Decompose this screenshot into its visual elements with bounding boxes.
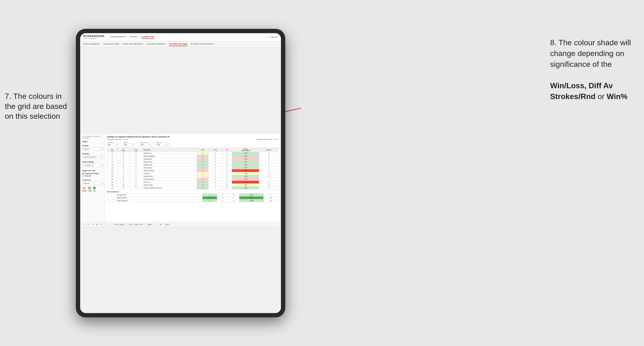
radio-opponents-label: Opponents Played [85, 173, 99, 174]
toolbar: ↩ ↪ ↩ ⧉ ✂ 🕐 View: Original Save Custom V… [81, 222, 280, 227]
colour-by-section: Colour by Win/loss ▾ Down [82, 179, 103, 192]
table-row: 5 2 2 Alexis Sudjianto 1 0 0 4.00 3 [107, 155, 278, 158]
player-rank-select[interactable]: 8. Katelyn Vo ▾ [82, 164, 103, 167]
cell-loss: 1 [208, 175, 222, 178]
gender-label: Gender [82, 145, 103, 147]
cell-diff: 1.33 [232, 186, 259, 189]
col-conf: #Conf [129, 148, 142, 152]
share-button[interactable]: Share [164, 223, 171, 226]
cell-reg: 7 [118, 172, 129, 175]
subnav-team-summary[interactable]: TEAM SUMMARY [83, 42, 100, 46]
region-filter: Region (All) ▾ [123, 142, 138, 146]
cell-diff: -1.00 [232, 158, 259, 160]
cell-diff-ood: 9.267 [239, 196, 264, 199]
grid-record: Overall Record: 353 - 34 - 6 Division Re… [107, 139, 278, 140]
cell-reg: 1 [118, 152, 129, 155]
view-original-button[interactable]: View: Original [113, 223, 126, 226]
main-content: Last Updated: 27/03/2024 16:55:38 Player… [80, 48, 281, 313]
cell-win: 1 [197, 160, 208, 163]
watch-button[interactable]: Watch [146, 223, 154, 226]
cell-opponent: Andrea York [143, 163, 197, 166]
opponents-select[interactable]: (All) ▾ [107, 143, 121, 146]
cell-tie: 0 [222, 163, 232, 166]
cell-diff: 1.25 [232, 175, 259, 178]
cell-tie: 1 [222, 152, 232, 155]
cell-tie: 0 [222, 172, 232, 175]
cell-loss-ood: 0 [217, 193, 228, 196]
cell-rounds: 3 [259, 155, 278, 158]
opponent-filter-label: Opponent [156, 142, 170, 143]
cell-diff: 4.00 [232, 155, 259, 158]
redo-button[interactable]: ↪ [87, 223, 90, 226]
subnav-team-h2h-grid[interactable]: TEAM H2H GRID [103, 42, 119, 46]
table-row: NAIA Division 1 15 0 0 9.267 30 [107, 196, 278, 199]
cut-button[interactable]: ✂ [100, 223, 103, 226]
subnav-player-h2h-grid[interactable]: PLAYER H2H GRID [169, 42, 187, 46]
cell-conf: 2 [129, 155, 142, 158]
logo-area: SCOREBOARD Powered by clippd [83, 35, 104, 39]
overall-record-label: Overall Record: [107, 139, 119, 140]
radio-opponents-played[interactable]: Opponents Played [82, 173, 103, 174]
division-value: NCAA Division III [84, 156, 96, 158]
cell-opponent: Jessica Mason [143, 178, 197, 180]
subnav-team-h2h-heatmap[interactable]: TEAM H2H HEATMAP [122, 42, 143, 46]
undo-button[interactable]: ↩ [83, 223, 86, 226]
annotation-right-or: or [598, 92, 604, 101]
colour-by-value: Win/loss [84, 182, 90, 184]
annotation-right: 8. The colour shade will change dependin… [550, 37, 637, 102]
conference-select[interactable]: (All) ▾ [140, 143, 154, 146]
table-row: 18 2 2 Euna Lee 1 0 0 -5.00 2 [107, 180, 278, 183]
toolbar-sep2 [111, 223, 111, 226]
expand-button[interactable]: ⤢ [155, 223, 158, 226]
cell-div: 11 [107, 166, 118, 169]
nav-item-committee[interactable]: COMMITTEE [141, 35, 154, 39]
save-custom-view-button[interactable]: Save Custom View [127, 223, 144, 226]
radio-top100[interactable]: Top 100 [82, 175, 103, 177]
cell-diff: 3.67 [232, 160, 259, 163]
cell-rounds: 3 [259, 158, 278, 160]
colour-by-select[interactable]: Win/loss ▾ [82, 182, 103, 185]
legend-up: Up [93, 186, 96, 192]
cell-reg: 2 [118, 180, 129, 183]
col-reg: #Reg [118, 148, 129, 152]
clock-button[interactable]: 🕐 [106, 223, 110, 226]
division-chevron: ▾ [101, 156, 102, 158]
cell-loss-ood: 0 [217, 199, 228, 202]
redo2-button[interactable]: ↩ [92, 223, 94, 226]
region-select[interactable]: (All) ▾ [123, 143, 138, 146]
cell-rounds: 6 [259, 186, 278, 189]
copy-button[interactable]: ⧉ [96, 223, 98, 226]
subnav-player-summary[interactable]: PLAYER SUMMARY [146, 42, 166, 46]
cell-win: 0 [197, 169, 208, 172]
tablet-device: SCOREBOARD Powered by clippd TOURNAMENTS… [76, 29, 285, 317]
division-select[interactable]: NCAA Division III ▾ [82, 156, 103, 159]
cell-diff: 1.50 [232, 152, 259, 155]
cell-loss: 0 [208, 155, 222, 158]
last-updated: Last Updated: 27/03/2024 16:55:38 [82, 136, 103, 139]
col-win: Win [197, 148, 208, 152]
radio-top100-label: Top 100 [85, 175, 91, 177]
opponents-chevron: ▾ [117, 144, 118, 146]
opponents-filter-label: Opponents: [107, 142, 121, 143]
subnav-player-h2h-heatmap[interactable]: PLAYER H2H HEATMAP [191, 42, 214, 46]
gender-select[interactable]: Women's ▾ [82, 147, 103, 151]
opponent-select[interactable]: (All) ▾ [156, 143, 170, 146]
tablet-screen: SCOREBOARD Powered by clippd TOURNAMENTS… [80, 33, 281, 313]
player-rank-section: Player (Rank) 8. Katelyn Vo ▾ [82, 161, 103, 167]
nav-item-tournaments[interactable]: TOURNAMENTS [109, 35, 126, 39]
grid-button[interactable]: ⊞ [159, 223, 162, 226]
cell-opponent: Esther Lee [143, 152, 197, 155]
cell-diff-ood: 4.500 [239, 193, 264, 196]
cell-div: 10 [107, 163, 118, 166]
cell-conf: 2 [129, 180, 142, 183]
cell-loss: 1 [208, 183, 222, 186]
cell-win: 2 [197, 172, 208, 175]
conference-value: (All) [140, 144, 144, 146]
col-diff: Diff AvStrokes/Rnd [232, 148, 259, 152]
conference-filter: Conference (All) ▾ [140, 142, 154, 146]
nav-item-teams[interactable]: TEAMS [130, 35, 138, 39]
cell-conf: 2 [129, 166, 142, 169]
cell-div: 5 [107, 155, 118, 158]
sign-out-link[interactable]: Sign out [270, 35, 278, 39]
player-label: Player [82, 140, 103, 143]
